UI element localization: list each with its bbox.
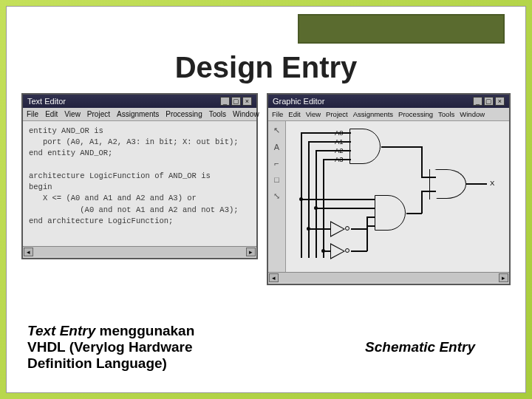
and-gate bbox=[349, 129, 381, 164]
editor-row: Text Editor _ ▢ × File Edit View Project… bbox=[7, 93, 525, 285]
text-editor-title: Text Editor bbox=[27, 97, 66, 106]
toolbox: ↖ A ⌐ □ ⤡ bbox=[268, 121, 286, 272]
wire bbox=[366, 216, 375, 218]
pin-label-x: X bbox=[490, 179, 494, 187]
line-tool-icon[interactable]: ⌐ bbox=[274, 159, 279, 168]
junction-dot bbox=[307, 227, 310, 231]
window-controls: _ ▢ × bbox=[220, 97, 252, 106]
menu-item[interactable]: Window bbox=[460, 110, 485, 118]
caption-right: Schematic Entry bbox=[365, 339, 497, 355]
close-button[interactable]: × bbox=[242, 97, 252, 106]
junction-dot bbox=[314, 206, 318, 210]
wire bbox=[347, 141, 351, 143]
maximize-button[interactable]: ▢ bbox=[231, 97, 241, 106]
header-decoration bbox=[298, 14, 505, 44]
vhdl-code[interactable]: entity AND_OR is port (A0, A1, A2, A3: i… bbox=[23, 121, 256, 246]
menu-item[interactable]: File bbox=[27, 110, 38, 118]
menu-item[interactable]: View bbox=[64, 110, 81, 118]
inverter-bubble-icon bbox=[345, 248, 349, 253]
rect-tool-icon[interactable]: □ bbox=[274, 175, 279, 184]
slide: Design Entry Text Editor _ ▢ × File Edit… bbox=[6, 6, 526, 393]
not-gate bbox=[330, 243, 345, 259]
text-editor-menubar: File Edit View Project Assignments Proce… bbox=[23, 108, 256, 121]
graphic-editor-menubar: File Edit View Project Assignments Proce… bbox=[268, 108, 509, 121]
menu-item[interactable]: Processing bbox=[166, 110, 202, 118]
junction-dot bbox=[299, 197, 303, 201]
maximize-button[interactable]: ▢ bbox=[484, 97, 494, 106]
scroll-right-icon[interactable]: ▸ bbox=[499, 273, 508, 282]
zoom-tool-icon[interactable]: ⤡ bbox=[273, 191, 280, 201]
pointer-tool-icon[interactable]: ↖ bbox=[273, 126, 280, 135]
menu-item[interactable]: Tools bbox=[438, 110, 454, 118]
graphic-editor-title: Graphic Editor bbox=[273, 97, 324, 106]
minimize-button[interactable]: _ bbox=[473, 97, 482, 106]
text-tool-icon[interactable]: A bbox=[274, 143, 279, 151]
wire bbox=[308, 228, 330, 230]
wire bbox=[316, 208, 375, 209]
caption-left-italic: Text Entry bbox=[27, 323, 95, 338]
wire bbox=[324, 141, 347, 143]
or-gate bbox=[434, 169, 466, 199]
graphic-body: ↖ A ⌐ □ ⤡ A0 A1 A2 A3 bbox=[268, 121, 509, 272]
and-gate bbox=[375, 195, 406, 231]
wire bbox=[366, 225, 375, 227]
wire bbox=[421, 191, 423, 214]
wire bbox=[301, 132, 302, 258]
wire bbox=[324, 159, 347, 160]
menu-item[interactable]: Assignments bbox=[117, 110, 159, 118]
scroll-left-icon[interactable]: ◂ bbox=[269, 273, 279, 282]
wire bbox=[316, 150, 317, 258]
graphic-editor-window: Graphic Editor _ ▢ × File Edit View Proj… bbox=[267, 93, 511, 285]
graphic-editor-titlebar: Graphic Editor _ ▢ × bbox=[268, 95, 509, 108]
wire bbox=[381, 146, 422, 148]
wire bbox=[324, 132, 347, 134]
wire bbox=[347, 159, 351, 160]
horizontal-scrollbar[interactable]: ◂ ▸ bbox=[23, 246, 256, 256]
wire bbox=[421, 191, 436, 192]
menu-item[interactable]: Tools bbox=[209, 110, 226, 118]
wire bbox=[351, 250, 367, 252]
menu-item[interactable]: Edit bbox=[288, 110, 300, 118]
schematic-canvas[interactable]: A0 A1 A2 A3 bbox=[286, 121, 509, 272]
horizontal-scrollbar[interactable]: ◂ ▸ bbox=[268, 272, 509, 282]
junction-dot bbox=[321, 249, 325, 253]
close-button[interactable]: × bbox=[495, 97, 505, 106]
wire bbox=[324, 150, 347, 151]
text-editor-window: Text Editor _ ▢ × File Edit View Project… bbox=[21, 93, 258, 259]
wire bbox=[421, 177, 436, 178]
wire bbox=[366, 225, 368, 251]
captions: Text Entry menggunakan VHDL (Verylog Har… bbox=[7, 323, 525, 372]
menu-item[interactable]: File bbox=[272, 110, 283, 118]
scroll-left-icon[interactable]: ◂ bbox=[24, 248, 33, 256]
wire bbox=[316, 150, 324, 151]
menu-item[interactable]: Assignments bbox=[353, 110, 393, 118]
wire bbox=[466, 183, 487, 185]
wire bbox=[301, 132, 324, 134]
not-gate bbox=[330, 221, 345, 237]
wire bbox=[347, 150, 351, 151]
wire bbox=[308, 141, 324, 143]
window-controls: _ ▢ × bbox=[473, 97, 505, 106]
text-editor-titlebar: Text Editor _ ▢ × bbox=[23, 95, 256, 108]
wire bbox=[347, 132, 351, 134]
caption-left: Text Entry menggunakan VHDL (Verylog Har… bbox=[27, 323, 234, 372]
wire bbox=[406, 213, 422, 214]
menu-item[interactable]: Project bbox=[87, 110, 110, 118]
wire bbox=[421, 146, 423, 177]
menu-item[interactable]: Project bbox=[326, 110, 348, 118]
minimize-button[interactable]: _ bbox=[220, 97, 230, 106]
menu-item[interactable]: Processing bbox=[398, 110, 433, 118]
menu-item[interactable]: Window bbox=[233, 110, 259, 118]
wire bbox=[351, 228, 367, 230]
wire bbox=[301, 199, 375, 200]
menu-item[interactable]: View bbox=[306, 110, 321, 118]
inverter-bubble-icon bbox=[345, 226, 349, 231]
menu-item[interactable]: Edit bbox=[45, 110, 58, 118]
scroll-right-icon[interactable]: ▸ bbox=[246, 248, 256, 256]
